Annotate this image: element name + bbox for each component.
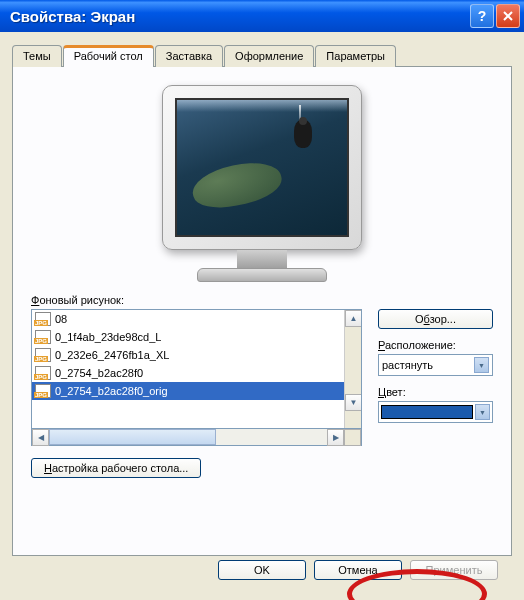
color-select[interactable]: ▼ (378, 401, 493, 423)
scroll-down-icon[interactable]: ▼ (345, 394, 362, 411)
scroll-up-icon[interactable]: ▲ (345, 310, 362, 327)
background-list-label: Фоновый рисунок: (31, 294, 493, 306)
list-item[interactable]: 0_2754_b2ac28f0_orig (32, 382, 344, 400)
window-title: Свойства: Экран (10, 8, 468, 25)
background-file-list[interactable]: 08 0_1f4ab_23de98cd_L 0_232e6_2476fb1a_X… (31, 309, 362, 429)
position-value: растянуть (382, 359, 433, 371)
tab-screensaver[interactable]: Заставка (155, 45, 223, 67)
horizontal-scrollbar[interactable]: ◀ ▶ (31, 429, 362, 446)
titlebar: Свойства: Экран ? (0, 0, 524, 32)
chevron-down-icon: ▼ (474, 357, 489, 373)
help-button[interactable]: ? (470, 4, 494, 28)
color-label: Цвет: (378, 386, 493, 398)
jpg-icon (35, 312, 51, 326)
jpg-icon (35, 348, 51, 362)
customize-desktop-button[interactable]: Настройка рабочего стола... (31, 458, 201, 478)
scroll-right-icon[interactable]: ▶ (327, 429, 344, 446)
scroll-left-icon[interactable]: ◀ (32, 429, 49, 446)
jpg-icon (35, 330, 51, 344)
jpg-icon (35, 366, 51, 380)
scroll-thumb[interactable] (49, 429, 216, 445)
close-button[interactable] (496, 4, 520, 28)
jpg-icon (35, 384, 51, 398)
list-item[interactable]: 08 (32, 310, 344, 328)
color-swatch (381, 405, 473, 419)
tab-themes[interactable]: Темы (12, 45, 62, 67)
cancel-button[interactable]: Отмена (314, 560, 402, 580)
list-item[interactable]: 0_1f4ab_23de98cd_L (32, 328, 344, 346)
tab-desktop[interactable]: Рабочий стол (63, 45, 154, 67)
list-item[interactable]: 0_2754_b2ac28f0 (32, 364, 344, 382)
tab-panel-desktop: Фоновый рисунок: 08 0_1f4ab_23de98cd_L 0… (12, 66, 512, 556)
apply-button[interactable]: Применить (410, 560, 498, 580)
vertical-scrollbar[interactable]: ▲ ▼ (344, 310, 361, 428)
close-icon (503, 11, 513, 21)
ok-button[interactable]: OK (218, 560, 306, 580)
position-label: Расположение: (378, 339, 493, 351)
monitor-preview (162, 85, 362, 282)
list-item[interactable]: 0_232e6_2476fb1a_XL (32, 346, 344, 364)
tab-strip: Темы Рабочий стол Заставка Оформление Па… (12, 44, 512, 66)
position-select[interactable]: растянуть ▼ (378, 354, 493, 376)
wallpaper-preview (175, 98, 349, 237)
tab-settings[interactable]: Параметры (315, 45, 396, 67)
browse-button[interactable]: Обзор... (378, 309, 493, 329)
chevron-down-icon: ▼ (475, 404, 490, 420)
tab-appearance[interactable]: Оформление (224, 45, 314, 67)
